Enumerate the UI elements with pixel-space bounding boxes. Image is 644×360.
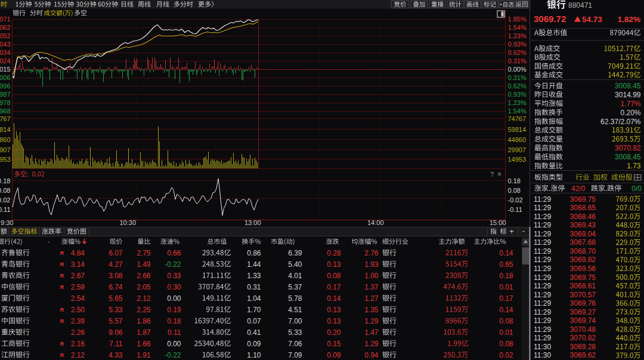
svg-text:024: 024 bbox=[0, 57, 11, 64]
svg-text:0.11: 0.11 bbox=[168, 328, 181, 337]
svg-text:+: + bbox=[509, 227, 514, 236]
svg-text:3068.65: 3068.65 bbox=[570, 204, 596, 212]
svg-text:0.18: 0.18 bbox=[167, 317, 181, 325]
svg-text:11:29: 11:29 bbox=[534, 325, 551, 334]
svg-text:7.11: 7.11 bbox=[109, 340, 123, 348]
svg-text:052: 052 bbox=[0, 32, 11, 39]
svg-text:0.08: 0.08 bbox=[327, 272, 341, 280]
svg-text:14953: 14953 bbox=[508, 156, 527, 163]
svg-text:2.66: 2.66 bbox=[137, 272, 151, 280]
svg-text:0.66: 0.66 bbox=[167, 249, 181, 257]
svg-text:11:29: 11:29 bbox=[534, 221, 551, 229]
svg-text:1.44: 1.44 bbox=[247, 260, 261, 269]
svg-text:R: R bbox=[60, 341, 64, 347]
svg-text:R: R bbox=[60, 273, 64, 279]
svg-text:0.11: 0.11 bbox=[0, 206, 11, 213]
svg-text:1.77%: 1.77% bbox=[620, 100, 640, 108]
svg-text:2.12: 2.12 bbox=[71, 351, 85, 359]
svg-text:1.86: 1.86 bbox=[137, 317, 151, 325]
svg-text:1.49: 1.49 bbox=[137, 260, 151, 269]
svg-text:?: ? bbox=[490, 171, 494, 178]
svg-text:·: · bbox=[48, 238, 50, 246]
svg-text:0.08: 0.08 bbox=[0, 187, 11, 194]
svg-text:3069.74: 3069.74 bbox=[570, 316, 596, 325]
svg-text:11:29: 11:29 bbox=[534, 299, 551, 307]
svg-text:11:29: 11:29 bbox=[534, 256, 551, 264]
svg-text:13:00: 13:00 bbox=[244, 219, 261, 226]
svg-text:3069.56: 3069.56 bbox=[570, 264, 596, 273]
svg-text:11:29: 11:29 bbox=[534, 264, 551, 273]
svg-text:R: R bbox=[60, 284, 64, 290]
svg-text:0.30: 0.30 bbox=[167, 283, 181, 291]
svg-text:3069.04: 3069.04 bbox=[570, 230, 596, 238]
svg-text:42/0: 42/0 bbox=[571, 184, 586, 193]
svg-text:0.41: 0.41 bbox=[247, 328, 261, 337]
svg-text:987: 987 bbox=[0, 91, 11, 98]
svg-text:×: × bbox=[497, 170, 501, 179]
svg-text:2.16: 2.16 bbox=[71, 340, 85, 348]
svg-text:3014.99: 3014.99 bbox=[615, 91, 641, 99]
svg-text:3069.43: 3069.43 bbox=[570, 221, 596, 229]
svg-text:3068.70: 3068.70 bbox=[570, 247, 596, 256]
svg-text:071: 071 bbox=[0, 16, 11, 23]
svg-text:978: 978 bbox=[0, 99, 11, 106]
svg-text:4.01: 4.01 bbox=[288, 272, 302, 280]
svg-text:043: 043 bbox=[0, 41, 11, 48]
svg-text:034: 034 bbox=[0, 49, 11, 56]
svg-text:0.08: 0.08 bbox=[508, 187, 521, 194]
svg-text:0.07: 0.07 bbox=[247, 317, 261, 325]
svg-text:3068.46: 3068.46 bbox=[570, 213, 596, 221]
svg-text:1.23%: 1.23% bbox=[508, 32, 527, 39]
svg-text:0.86: 0.86 bbox=[247, 249, 261, 257]
svg-text:1.23%: 1.23% bbox=[508, 99, 527, 106]
svg-text:1.29: 1.29 bbox=[364, 340, 379, 348]
svg-text:0.14: 0.14 bbox=[327, 294, 341, 303]
svg-text:062: 062 bbox=[0, 24, 11, 31]
svg-text:11:29: 11:29 bbox=[534, 247, 551, 256]
svg-text:0.20%: 0.20% bbox=[620, 109, 640, 117]
svg-text:0.00: 0.00 bbox=[167, 340, 181, 348]
svg-text:0.31: 0.31 bbox=[247, 283, 261, 291]
svg-text:1.47: 1.47 bbox=[364, 328, 379, 337]
svg-text:5.33: 5.33 bbox=[109, 306, 123, 314]
svg-text:1.37: 1.37 bbox=[364, 283, 379, 291]
svg-text:3008.45: 3008.45 bbox=[615, 153, 641, 161]
svg-text:1.82%: 1.82% bbox=[618, 15, 640, 24]
svg-text:3069.27: 3069.27 bbox=[570, 308, 596, 316]
svg-text:0.20: 0.20 bbox=[327, 328, 341, 337]
svg-text:5.37: 5.37 bbox=[288, 283, 302, 291]
svg-text:1.87: 1.87 bbox=[137, 328, 151, 337]
svg-text:996: 996 bbox=[0, 82, 11, 90]
svg-text:11:29: 11:29 bbox=[534, 282, 551, 290]
svg-text:3070.82: 3070.82 bbox=[615, 144, 641, 152]
svg-text:0.28: 0.28 bbox=[327, 249, 341, 257]
svg-text:0.17: 0.17 bbox=[327, 283, 341, 291]
svg-text:3070.57: 3070.57 bbox=[570, 291, 596, 299]
svg-text:7.09: 7.09 bbox=[288, 351, 302, 359]
svg-text:62.37/2.07%: 62.37/2.07% bbox=[600, 118, 641, 126]
svg-text:0.14: 0.14 bbox=[499, 249, 513, 257]
svg-text:0.31%: 0.31% bbox=[508, 57, 527, 64]
svg-text:11:29: 11:29 bbox=[534, 213, 551, 221]
svg-text:1.00: 1.00 bbox=[364, 272, 379, 280]
svg-text:814: 814 bbox=[0, 126, 11, 133]
svg-text:15:00: 15:00 bbox=[490, 219, 506, 226]
svg-text:0.62%: 0.62% bbox=[508, 49, 527, 56]
svg-text:0.00%: 0.00% bbox=[508, 66, 527, 73]
svg-text:11:30: 11:30 bbox=[534, 343, 551, 351]
svg-text:0.18: 0.18 bbox=[508, 177, 521, 184]
svg-text:0.19: 0.19 bbox=[167, 306, 181, 314]
svg-text:0.13: 0.13 bbox=[327, 260, 341, 269]
svg-text:3069.62: 3069.62 bbox=[570, 351, 596, 359]
svg-text:3.08: 3.08 bbox=[109, 272, 123, 280]
svg-text:3069.72: 3069.72 bbox=[534, 14, 566, 24]
svg-text:2.59: 2.59 bbox=[71, 283, 85, 291]
svg-text:R: R bbox=[60, 352, 64, 358]
svg-text:3069.75: 3069.75 bbox=[570, 195, 596, 204]
svg-text:5.57: 5.57 bbox=[109, 317, 123, 325]
svg-text:11:29: 11:29 bbox=[534, 238, 551, 247]
svg-text:3067.68: 3067.68 bbox=[570, 238, 596, 247]
svg-text:74767: 74767 bbox=[508, 115, 527, 122]
svg-text:5.65: 5.65 bbox=[109, 294, 123, 303]
svg-text:11:29: 11:29 bbox=[534, 204, 551, 212]
